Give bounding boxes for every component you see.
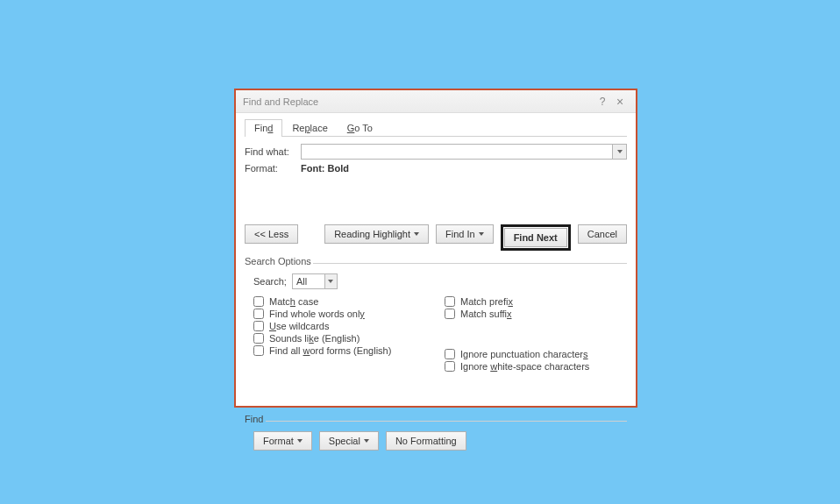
bottom-button-row: Format Special No Formatting: [253, 431, 627, 451]
dialog-body: Find Replace Go To Find what: Format: Fo…: [236, 113, 636, 458]
tab-goto[interactable]: Go To: [338, 119, 382, 137]
help-button[interactable]: ?: [594, 93, 611, 110]
whole-words-checkbox[interactable]: Find whole words only: [253, 309, 436, 319]
reading-highlight-button[interactable]: Reading Highlight: [324, 224, 429, 244]
caret-down-icon: [479, 232, 484, 236]
find-what-input[interactable]: [301, 144, 627, 160]
find-next-highlight: Find Next: [501, 224, 571, 251]
format-label: Format:: [245, 163, 301, 174]
caret-down-icon: [364, 439, 369, 443]
format-row: Format: Font: Bold: [245, 163, 627, 174]
titlebar: Find and Replace ? ×: [236, 90, 636, 113]
tab-replace[interactable]: Replace: [282, 119, 337, 137]
ignore-punctuation-checkbox[interactable]: Ignore punctuation characters: [445, 349, 627, 359]
cancel-button[interactable]: Cancel: [578, 224, 627, 244]
search-direction-select[interactable]: All: [292, 273, 338, 289]
dialog-title: Find and Replace: [243, 96, 594, 107]
ignore-whitespace-checkbox[interactable]: Ignore white-space characters: [445, 361, 627, 372]
close-button[interactable]: ×: [611, 93, 629, 110]
special-button[interactable]: Special: [319, 431, 379, 451]
find-in-button[interactable]: Find In: [436, 224, 494, 244]
wildcards-checkbox[interactable]: Use wildcards: [253, 321, 436, 331]
find-what-dropdown[interactable]: [612, 145, 626, 159]
word-forms-checkbox[interactable]: Find all word forms (English): [253, 345, 436, 356]
options-left-column: Match case Find whole words only Use wil…: [245, 295, 436, 373]
find-what-label: Find what:: [245, 146, 301, 157]
format-value: Font: Bold: [301, 163, 349, 174]
match-case-checkbox[interactable]: Match case: [253, 296, 436, 307]
options-columns: Match case Find whole words only Use wil…: [245, 295, 627, 373]
options-right-column: Match prefix Match suffix Ignore punctua…: [436, 295, 627, 373]
search-direction-row: Search; All: [253, 273, 627, 289]
no-formatting-button[interactable]: No Formatting: [386, 431, 466, 451]
chevron-down-icon: [617, 150, 623, 153]
chevron-down-icon: [328, 280, 333, 283]
tabs: Find Replace Go To: [245, 118, 627, 137]
match-prefix-checkbox[interactable]: Match prefix: [445, 296, 627, 307]
find-next-button[interactable]: Find Next: [504, 228, 567, 247]
less-button[interactable]: << Less: [245, 224, 298, 244]
caret-down-icon: [297, 439, 303, 443]
find-replace-dialog: Find and Replace ? × Find Replace Go To …: [234, 89, 637, 408]
search-direction-label: Search;: [253, 276, 287, 287]
caret-down-icon: [414, 232, 419, 236]
search-options-legend: Search Options: [245, 256, 627, 266]
sounds-like-checkbox[interactable]: Sounds like (English): [253, 333, 436, 344]
find-what-row: Find what:: [245, 144, 627, 160]
find-section-legend: Find: [245, 414, 627, 424]
action-button-row: << Less Reading Highlight Find In Find N…: [245, 224, 627, 251]
match-suffix-checkbox[interactable]: Match suffix: [445, 309, 627, 319]
format-button[interactable]: Format: [253, 431, 312, 451]
tab-find[interactable]: Find: [245, 119, 282, 137]
